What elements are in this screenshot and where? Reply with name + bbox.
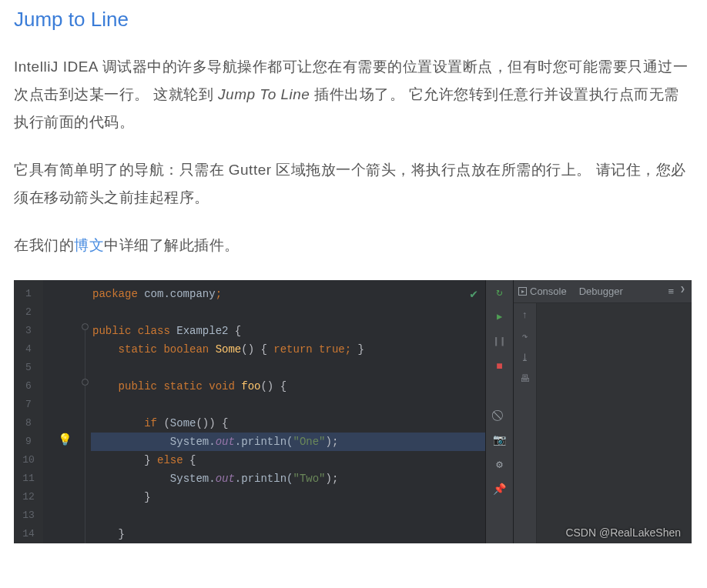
inspection-ok-icon[interactable]: ✔ <box>470 286 477 302</box>
pin-icon[interactable]: 📌 <box>492 482 508 497</box>
line-number: 14 <box>14 525 43 543</box>
line-number: 7 <box>14 396 43 414</box>
paragraph-1: IntelliJ IDEA 调试器中的许多导航操作都可让您在有需要的位置设置断点… <box>14 53 693 136</box>
paragraph-3: 在我们的博文中详细了解此插件。 <box>14 232 693 259</box>
code-line: } <box>91 488 485 506</box>
line-number: 2 <box>14 303 43 322</box>
debug-content <box>537 303 692 543</box>
intention-bulb-icon[interactable]: 💡 <box>58 433 72 447</box>
code-line-current: System.out.println("One"); <box>91 433 485 451</box>
blog-link[interactable]: 博文 <box>74 237 104 253</box>
breakpoints-icon[interactable] <box>492 383 508 399</box>
fold-line <box>85 326 85 543</box>
code-line <box>91 359 485 377</box>
line-number: 6 <box>14 377 43 396</box>
para1-italic: Jump To Line <box>218 86 310 102</box>
code-line <box>91 396 485 414</box>
ide-screenshot: 1 2 3 4 5 6 7 8 9 10 11 12 13 14 💡 ✔ pac… <box>14 280 692 543</box>
console-tab-label: Console <box>530 286 567 297</box>
line-number: 4 <box>14 340 43 359</box>
code-line: } else { <box>91 451 485 469</box>
debug-toolbar: ↻ ▶ ❙❙ ■ ⃠ 📷 ⚙ 📌 <box>485 280 513 543</box>
fold-toggle-icon[interactable] <box>82 379 89 386</box>
fold-toggle-icon[interactable] <box>82 323 89 330</box>
pause-icon[interactable]: ❙❙ <box>492 334 508 349</box>
debugger-tab[interactable]: Debugger <box>579 286 623 297</box>
gutter-area[interactable]: 💡 <box>43 280 91 543</box>
line-number: 8 <box>14 414 43 433</box>
camera-icon[interactable]: 📷 <box>492 433 508 448</box>
debug-tabs: ▸Console Debugger ≡ ❯ <box>514 280 692 303</box>
code-line <box>91 506 485 525</box>
code-line: package com.company; <box>91 285 485 303</box>
layout-icon[interactable]: ≡ <box>668 286 674 297</box>
step-over-icon[interactable]: ↷ <box>522 330 528 342</box>
code-line: public class Example2 { <box>91 322 485 340</box>
paragraph-2: 它具有简单明了的导航：只需在 Gutter 区域拖放一个箭头，将执行点放在所需的… <box>14 156 693 212</box>
settings-icon[interactable]: ⚙ <box>492 457 508 473</box>
line-number: 12 <box>14 488 43 506</box>
chevron-right-icon[interactable]: ❯ <box>680 286 685 297</box>
step-into-icon[interactable]: ⤓ <box>521 352 529 364</box>
watermark: CSDN @RealLakeShen <box>565 526 681 539</box>
line-number: 1 <box>14 285 43 303</box>
print-icon[interactable]: 🖶 <box>520 373 530 385</box>
line-number: 13 <box>14 506 43 525</box>
code-line <box>91 303 485 322</box>
line-number-gutter: 1 2 3 4 5 6 7 8 9 10 11 12 13 14 <box>14 280 43 543</box>
section-title[interactable]: Jump to Line <box>14 8 693 32</box>
stop-icon[interactable]: ■ <box>492 359 508 374</box>
console-icon: ▸ <box>518 287 527 296</box>
code-area[interactable]: ✔ package com.company; public class Exam… <box>91 280 485 543</box>
rerun-icon[interactable]: ↻ <box>492 285 508 300</box>
para3-text-b: 中详细了解此插件。 <box>104 237 240 253</box>
code-line: System.out.println("Two"); <box>91 469 485 488</box>
editor-pane: 1 2 3 4 5 6 7 8 9 10 11 12 13 14 💡 ✔ pac… <box>14 280 485 543</box>
code-line: if (Some()) { <box>91 414 485 433</box>
line-number: 11 <box>14 469 43 488</box>
code-line: public static void foo() { <box>91 377 485 396</box>
step-toolbar: ↑ ↷ ⤓ 🖶 <box>514 303 537 543</box>
line-number: 3 <box>14 322 43 340</box>
up-icon[interactable]: ↑ <box>522 309 528 321</box>
code-line: static boolean Some() { return true; } <box>91 340 485 359</box>
debug-panel: ▸Console Debugger ≡ ❯ ↑ ↷ ⤓ 🖶 <box>513 280 692 543</box>
resume-icon[interactable]: ▶ <box>492 309 508 325</box>
code-line: } <box>91 525 485 543</box>
line-number: 10 <box>14 451 43 469</box>
mute-breakpoints-icon[interactable]: ⃠ <box>492 408 508 423</box>
para3-text-a: 在我们的 <box>14 237 74 253</box>
console-tab[interactable]: ▸Console <box>518 286 567 297</box>
line-number: 5 <box>14 359 43 377</box>
line-number: 9 <box>14 433 43 451</box>
